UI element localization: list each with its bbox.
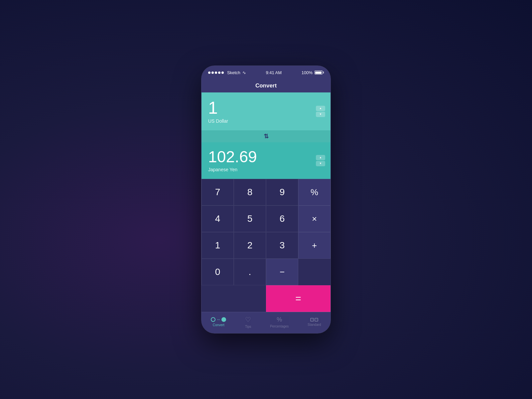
currency-to-section: 102.69 Japanese Yen ▲ ▼ <box>201 142 331 179</box>
signal-dot-1 <box>208 71 210 74</box>
tab-percentages[interactable]: % Percentages <box>270 316 289 328</box>
key-plus[interactable]: + <box>298 232 331 259</box>
key-1[interactable]: 1 <box>201 232 234 259</box>
battery-fill <box>315 71 322 74</box>
heart-icon: ♡ <box>245 316 251 324</box>
from-amount: 1 <box>208 99 324 116</box>
up-arrow-icon: ▲ <box>319 107 322 110</box>
signal-dot-2 <box>211 71 214 74</box>
to-currency-name: Japanese Yen <box>208 167 324 172</box>
to-currency-stepper[interactable]: ▲ ▼ <box>316 155 325 166</box>
tab-convert[interactable]: ↔ Convert <box>211 317 226 327</box>
tab-standard-label: Standard <box>308 323 321 327</box>
from-currency-name: US Dollar <box>208 118 324 124</box>
battery-icon <box>315 70 324 74</box>
standard-icon: + − <box>310 318 318 322</box>
key-8[interactable]: 8 <box>234 179 266 205</box>
key-percent[interactable]: % <box>298 179 331 205</box>
battery-body <box>315 70 323 74</box>
to-stepper-up[interactable]: ▲ <box>316 155 325 160</box>
from-stepper-down[interactable]: ▼ <box>316 112 325 117</box>
wifi-icon: ∿ <box>242 70 246 75</box>
to-amount: 102.69 <box>208 149 324 165</box>
down-arrow-icon: ▼ <box>319 113 322 116</box>
convert-icon: ↔ <box>211 317 226 322</box>
key-7[interactable]: 7 <box>201 179 234 205</box>
currency-from-section: 1 US Dollar ▲ ▼ <box>201 92 331 130</box>
tab-tips-label: Tips <box>245 325 251 329</box>
signal-dots <box>208 71 224 74</box>
phone-frame: Sketch ∿ 9:41 AM 100% Convert 1 US Dolla… <box>201 66 331 333</box>
tab-percentages-label: Percentages <box>270 325 289 328</box>
key-3[interactable]: 3 <box>266 232 298 259</box>
key-2[interactable]: 2 <box>234 232 266 259</box>
key-6[interactable]: 6 <box>266 205 298 232</box>
circle-right-icon <box>221 317 226 322</box>
tab-convert-label: Convert <box>213 323 224 327</box>
key-9[interactable]: 9 <box>266 179 298 205</box>
tab-tips[interactable]: ♡ Tips <box>245 316 251 329</box>
from-stepper-up[interactable]: ▲ <box>316 106 325 111</box>
signal-dot-3 <box>215 71 217 74</box>
app-title: Convert <box>255 82 277 89</box>
signal-dot-5 <box>221 71 224 74</box>
circle-left-icon <box>211 317 215 322</box>
swap-button[interactable]: ⇅ <box>201 130 331 142</box>
key-4[interactable]: 4 <box>201 205 234 232</box>
status-left: Sketch ∿ <box>208 70 246 75</box>
status-bar: Sketch ∿ 9:41 AM 100% <box>201 66 331 79</box>
down-arrow-icon-2: ▼ <box>319 162 322 165</box>
battery-tip <box>323 71 324 73</box>
from-currency-stepper[interactable]: ▲ ▼ <box>316 106 325 117</box>
minus-icon: − <box>316 318 318 321</box>
key-dot[interactable]: . <box>234 259 266 285</box>
tab-bar: ↔ Convert ♡ Tips % Percentages + − <box>201 312 331 333</box>
signal-dot-4 <box>218 71 220 74</box>
status-app-name: Sketch <box>227 70 240 75</box>
key-multiply[interactable]: × <box>298 205 331 232</box>
battery-percent: 100% <box>302 70 313 75</box>
tab-standard[interactable]: + − Standard <box>308 318 321 327</box>
std-box-minus: − <box>315 318 318 322</box>
keypad: 7 8 9 % 4 5 6 × 1 2 3 + 0 . − = <box>201 179 331 312</box>
key-equals[interactable]: = <box>266 285 331 312</box>
percent-icon: % <box>277 316 282 323</box>
std-box-plus: + <box>310 318 314 322</box>
key-minus[interactable]: − <box>266 259 298 285</box>
status-time: 9:41 AM <box>266 70 282 75</box>
key-0[interactable]: 0 <box>201 259 234 285</box>
plus-icon: + <box>311 318 313 321</box>
swap-icon: ⇅ <box>264 133 269 140</box>
exchange-arrow-icon: ↔ <box>216 317 220 322</box>
up-arrow-icon-2: ▲ <box>319 156 322 159</box>
title-bar: Convert <box>201 79 331 92</box>
status-right: 100% <box>302 70 324 75</box>
to-stepper-down[interactable]: ▼ <box>316 161 325 166</box>
key-5[interactable]: 5 <box>234 205 266 232</box>
